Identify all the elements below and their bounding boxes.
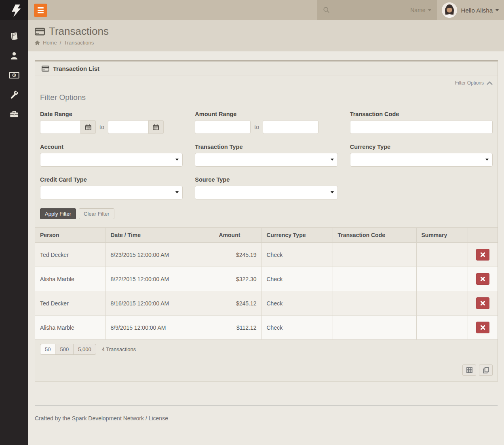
panel-title: Transaction List <box>53 65 99 72</box>
filter-amount-range: Amount Range to <box>195 111 337 134</box>
search-filter-dropdown[interactable]: Name <box>410 7 431 13</box>
search-filter-label: Name <box>410 7 425 13</box>
transaction-row[interactable]: Ted Decker 8/16/2015 12:00:00 AM $245.12… <box>35 291 498 316</box>
page-title-text: Transactions <box>49 25 109 38</box>
sidebar-item-workplace[interactable] <box>0 109 28 119</box>
cell-transaction-code <box>333 316 416 340</box>
cell-person: Ted Decker <box>35 243 105 267</box>
date-to-picker-button[interactable] <box>149 120 164 134</box>
delete-transaction-button[interactable] <box>476 249 489 261</box>
cell-datetime: 8/22/2015 12:00:00 AM <box>105 267 214 291</box>
filter-transaction-type: Transaction Type <box>195 144 337 167</box>
filter-account: Account <box>40 144 183 167</box>
transaction-code-input[interactable] <box>350 120 493 134</box>
delete-transaction-button[interactable] <box>476 297 489 309</box>
content-area: Transaction List Filter Options Filter O… <box>28 51 504 445</box>
footer-prefix: Crafted by the <box>35 415 72 422</box>
page-title-band: Transactions Home / Transactions <box>28 20 504 51</box>
column-header-datetime[interactable]: Date / Time <box>105 228 214 243</box>
breadcrumb-current: Transactions <box>64 40 94 46</box>
clear-filter-button[interactable]: Clear Filter <box>79 208 114 219</box>
delete-transaction-button[interactable] <box>476 322 489 333</box>
currency-type-select[interactable] <box>350 153 493 167</box>
source-type-label: Source Type <box>195 176 337 183</box>
column-header-amount[interactable]: Amount <box>214 228 261 243</box>
search-input[interactable] <box>334 7 411 13</box>
source-type-select[interactable] <box>195 186 337 199</box>
amount-from-input[interactable] <box>195 120 251 134</box>
grid-actions <box>35 360 498 381</box>
filter-options-collapse-button[interactable]: Filter Options <box>455 79 493 87</box>
sidebar-item-person[interactable] <box>0 51 28 61</box>
date-range-label: Date Range <box>40 111 183 117</box>
column-header-person[interactable]: Person <box>35 228 105 243</box>
account-select[interactable] <box>40 153 183 167</box>
column-header-summary[interactable]: Summary <box>416 228 468 243</box>
cell-transaction-code <box>333 243 416 267</box>
transaction-type-select[interactable] <box>195 153 337 167</box>
cell-currency-type: Check <box>261 267 333 291</box>
footer-credit: Crafted by the Spark Development Network… <box>35 406 498 430</box>
briefcase-icon <box>9 109 19 119</box>
date-from-picker-button[interactable] <box>81 120 96 134</box>
filter-transaction-code: Transaction Code <box>350 111 493 134</box>
hamburger-icon <box>38 7 44 8</box>
sidebar-item-people-book[interactable] <box>0 32 28 41</box>
breadcrumb: Home / Transactions <box>35 40 498 46</box>
column-header-currency-type[interactable]: Currency Type <box>261 228 333 243</box>
cell-person: Alisha Marble <box>35 316 105 340</box>
menu-toggle-button[interactable] <box>34 4 47 17</box>
page-size-50-button[interactable]: 50 <box>40 344 55 355</box>
page-title: Transactions <box>35 25 498 38</box>
transactions-table: Person Date / Time Amount Currency Type … <box>35 227 498 340</box>
page-size-5000-button[interactable]: 5,000 <box>73 344 96 355</box>
sidebar: 1 <box>0 0 28 445</box>
breadcrumb-home-link[interactable]: Home <box>43 40 57 46</box>
person-icon <box>9 51 19 61</box>
cell-currency-type: Check <box>261 316 333 340</box>
home-icon <box>35 40 40 45</box>
cell-amount: $322.30 <box>214 267 261 291</box>
search-icon <box>323 6 330 14</box>
times-icon <box>481 277 485 281</box>
column-header-transaction-code[interactable]: Transaction Code <box>333 228 416 243</box>
transaction-row[interactable]: Alisha Marble 8/22/2015 12:00:00 AM $322… <box>35 267 498 291</box>
sidebar-item-admin-tools[interactable] <box>0 90 28 100</box>
cell-summary <box>416 243 468 267</box>
breadcrumb-separator: / <box>60 40 61 46</box>
cell-person: Alisha Marble <box>35 267 105 291</box>
times-icon <box>481 301 485 305</box>
cell-person: Ted Decker <box>35 291 105 316</box>
spark-network-link[interactable]: Spark Development Network <box>72 415 144 422</box>
apply-filter-button[interactable]: Apply Filter <box>40 208 76 219</box>
cell-datetime: 8/23/2015 12:00:00 AM <box>105 243 214 267</box>
grid-pagination: 50 500 5,000 4 Transactions <box>35 340 498 360</box>
delete-transaction-button[interactable] <box>476 273 489 285</box>
credit-card-type-select[interactable] <box>40 186 183 199</box>
login-dropdown[interactable]: Hello Alisha <box>461 7 499 14</box>
sidebar-item-finance[interactable]: 1 <box>0 70 28 80</box>
transaction-row[interactable]: Alisha Marble 8/9/2015 12:00:00 AM $112.… <box>35 316 498 340</box>
license-link[interactable]: License <box>149 415 168 422</box>
rock-logo[interactable] <box>0 0 28 20</box>
cell-transaction-code <box>333 267 416 291</box>
avatar-image <box>442 2 457 18</box>
filter-credit-card-type: Credit Card Type <box>40 176 183 199</box>
login-status: Hello Alisha <box>437 2 504 18</box>
page-footer: Crafted by the Spark Development Network… <box>35 405 498 430</box>
filter-source-type: Source Type <box>195 176 337 199</box>
date-to-input[interactable] <box>108 120 149 134</box>
export-copy-button[interactable] <box>479 364 493 376</box>
avatar[interactable] <box>442 2 457 18</box>
toggle-columns-button[interactable] <box>462 364 476 376</box>
smart-search: Name <box>317 0 437 20</box>
svg-text:1: 1 <box>13 74 15 76</box>
amount-to-input[interactable] <box>263 120 318 134</box>
column-header-actions <box>468 228 498 243</box>
transaction-row[interactable]: Ted Decker 8/23/2015 12:00:00 AM $245.19… <box>35 243 498 267</box>
cell-summary <box>416 291 468 316</box>
filter-heading: Filter Options <box>40 93 493 102</box>
page-size-500-button[interactable]: 500 <box>55 344 74 355</box>
calendar-icon <box>85 124 91 130</box>
date-from-input[interactable] <box>40 120 81 134</box>
